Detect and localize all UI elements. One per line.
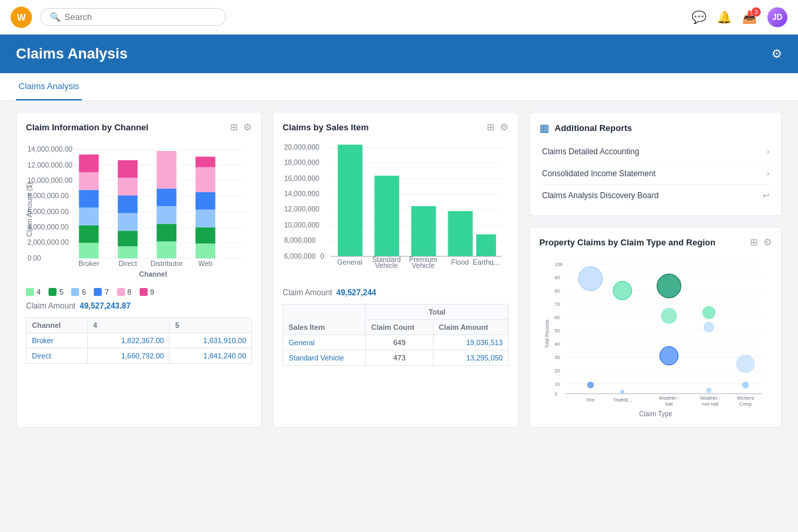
search-bar[interactable]: 🔍 [40,8,226,26]
filter-icon[interactable]: ⊞ [487,122,495,132]
inbox-icon[interactable]: 📥 3 [742,10,757,25]
report-item-1[interactable]: Claims Detailed Accounting › [539,141,772,163]
direct-5: 1,841,240.00 [170,348,252,363]
general-link[interactable]: General [283,334,366,350]
svg-rect-37 [196,192,215,210]
svg-text:Weather -: Weather - [659,396,680,400]
chat-icon[interactable]: 💬 [692,10,706,25]
svg-text:6,000,000.00: 6,000,000.00 [27,207,68,215]
svg-text:10,000,000: 10,000,000 [284,221,319,229]
claim-amount-label2: Claim Amount [283,288,332,297]
svg-point-104 [660,346,678,365]
direct-4: 1,660,792.00 [87,348,170,363]
svg-text:Flood: Flood [451,258,469,266]
standard-vehicle-link[interactable]: Standard Vehicle [283,350,366,365]
settings-icon[interactable]: ⚙ [763,237,772,247]
svg-text:90: 90 [555,275,560,280]
sales-bar-chart: 20,000,000 18,000,000 16,000,000 14,000,… [283,139,509,281]
svg-rect-36 [196,209,215,227]
col-channel: Channel [27,317,88,332]
general-amount: 19,036,513 [433,334,508,350]
svg-rect-32 [157,188,177,206]
card1-header: Claim Information by Channel ⊞ ⚙ [26,122,252,132]
svg-text:Claim Amount ($): Claim Amount ($) [26,182,33,237]
additional-reports-title: Additional Reports [555,123,632,133]
svg-text:20: 20 [555,368,560,373]
bubble-chart-actions[interactable]: ⊞ ⚙ [750,237,772,247]
svg-rect-18 [79,225,99,243]
direct-link[interactable]: Direct [27,348,88,363]
claim-amount-label: Claim Amount [26,301,76,311]
bar-chart-svg: 14,000,000.00 12,000,000.00 10,000,000.0… [26,139,252,281]
table-row: Direct 1,660,792.00 1,841,240.00 [27,348,252,363]
svg-rect-28 [118,160,138,178]
chart1-summary: Claim Amount 49,527,243.87 [26,301,252,311]
search-input[interactable] [65,12,216,22]
svg-point-107 [706,388,712,393]
card2-actions[interactable]: ⊞ ⚙ [487,122,509,132]
svg-text:0: 0 [555,392,557,396]
svg-text:16,000,000: 16,000,000 [284,174,319,182]
filter-icon[interactable]: ⊞ [230,122,238,132]
report-label-3: Claims Analysis Discovery Board [542,191,658,200]
svg-rect-39 [196,157,215,168]
broker-4: 1,822,367.00 [87,332,170,348]
card1-title: Claim Information by Channel [26,122,148,132]
broker-link[interactable]: Broker [27,332,88,348]
claim-amount-value2: 49,527,244 [336,288,376,297]
svg-text:Earthq...: Earthq... [473,258,499,266]
return-icon: ↩ [763,191,769,200]
svg-text:Web: Web [198,259,213,267]
main-content: Claim Information by Channel ⊞ ⚙ 14,000,… [0,101,798,438]
col-4: 4 [87,317,170,332]
reports-list: Claims Detailed Accounting › Consolidate… [539,141,772,206]
col-5: 5 [170,317,252,332]
svg-text:4,000,000.00: 4,000,000.00 [27,223,68,231]
svg-rect-64 [448,211,473,256]
legend-8: 8 [117,288,132,296]
top-navigation: W 🔍 💬 🔔 📥 3 JD [0,0,798,35]
report-label-1: Claims Detailed Accounting [542,147,639,156]
svg-text:Vehicle: Vehicle [412,261,434,269]
reports-icon: ▦ [539,122,549,134]
report-item-3[interactable]: Claims Analysis Discovery Board ↩ [539,185,772,206]
svg-rect-38 [196,168,215,192]
svg-text:Vehicle: Vehicle [375,261,398,269]
svg-text:40: 40 [555,342,560,346]
chevron-icon: › [767,147,769,156]
svg-point-99 [587,382,594,388]
chart2-summary: Claim Amount 49,527,244 [283,288,509,297]
card1-actions[interactable]: ⊞ ⚙ [230,122,252,132]
notification-icon[interactable]: 🔔 [717,10,732,25]
svg-text:30: 30 [555,355,560,360]
tab-claims-analysis[interactable]: Claims Analysis [16,73,82,100]
svg-point-106 [704,322,714,332]
filter-icon[interactable]: ⊞ [750,237,758,247]
svg-text:Direct: Direct [118,259,137,267]
property-claims-card: Property Claims by Claim Type and Region… [529,227,782,428]
avatar[interactable]: JD [767,7,787,27]
additional-reports-header: ▦ Additional Reports [539,122,772,134]
settings-icon[interactable]: ⚙ [243,122,252,132]
settings-icon[interactable]: ⚙ [771,47,782,61]
col-claim-amount: Claim Amount [433,319,508,334]
svg-rect-27 [118,178,138,196]
notification-badge: 3 [751,7,761,17]
report-item-2[interactable]: Consolidated Income Statement › [539,163,772,185]
col-claim-count: Claim Count [366,319,434,334]
svg-text:70: 70 [555,302,560,307]
svg-rect-31 [157,206,177,224]
svg-rect-21 [79,172,99,190]
svg-rect-61 [338,145,362,257]
svg-text:hail: hail [666,402,673,406]
svg-text:Theft/B...: Theft/B... [613,398,632,402]
settings-icon[interactable]: ⚙ [500,122,509,132]
bubble-chart-svg: 100 90 80 70 60 50 40 30 20 10 0 [539,254,772,407]
svg-point-102 [657,274,681,298]
svg-text:50: 50 [555,329,560,333]
svg-text:Broker: Broker [78,259,100,267]
svg-text:Comp: Comp [739,402,752,407]
svg-text:Weather -: Weather - [700,396,721,400]
svg-text:14,000,000: 14,000,000 [284,190,319,198]
svg-rect-34 [196,243,215,258]
